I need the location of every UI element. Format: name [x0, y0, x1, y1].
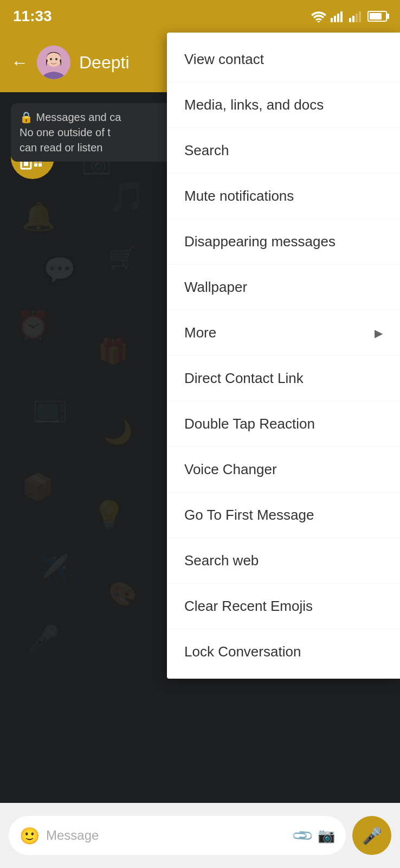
svg-rect-3 — [337, 14, 339, 22]
status-time: 11:33 — [13, 8, 52, 25]
menu-item-media[interactable]: Media, links, and docs — [167, 82, 400, 128]
menu-item-search-web[interactable]: Search web — [167, 538, 400, 584]
wifi-icon — [311, 10, 326, 22]
mic-icon: 🎤 — [362, 826, 382, 845]
svg-rect-6 — [352, 16, 354, 22]
signal-icon-2 — [349, 10, 363, 22]
svg-rect-18 — [24, 162, 28, 166]
svg-point-12 — [55, 58, 57, 60]
context-menu: View contact Media, links, and docs Sear… — [167, 33, 400, 679]
menu-item-direct-contact[interactable]: Direct Contact Link — [167, 356, 400, 401]
svg-rect-22 — [38, 163, 42, 167]
status-bar: 11:33 — [0, 0, 400, 33]
menu-item-voice-changer[interactable]: Voice Changer — [167, 447, 400, 493]
svg-rect-21 — [34, 163, 37, 167]
menu-item-search[interactable]: Search — [167, 128, 400, 174]
menu-item-wallpaper[interactable]: Wallpaper — [167, 265, 400, 310]
encryption-text: 🔒 Messages and caNo one outside of tcan … — [20, 111, 121, 154]
menu-item-mute[interactable]: Mute notifications — [167, 174, 400, 219]
svg-rect-5 — [349, 18, 351, 22]
mic-button[interactable]: 🎤 — [352, 816, 391, 855]
menu-item-first-message[interactable]: Go To First Message — [167, 493, 400, 538]
svg-rect-2 — [334, 16, 336, 22]
status-icons — [311, 10, 387, 22]
input-bar: 🙂 Message 📎 📷 🎤 — [0, 803, 400, 868]
menu-item-lock-conversation[interactable]: Lock Conversation — [167, 629, 400, 674]
camera-icon[interactable]: 📷 — [318, 827, 335, 844]
svg-point-0 — [318, 21, 320, 23]
svg-rect-4 — [340, 11, 343, 22]
message-input-container[interactable]: 🙂 Message 📎 📷 — [9, 816, 346, 855]
svg-point-11 — [50, 58, 52, 60]
menu-item-clear-emojis[interactable]: Clear Recent Emojis — [167, 584, 400, 629]
more-arrow-icon: ▶ — [375, 327, 383, 340]
attach-icon[interactable]: 📎 — [291, 824, 315, 848]
menu-item-double-tap[interactable]: Double Tap Reaction — [167, 401, 400, 447]
back-button[interactable]: ← — [11, 53, 28, 73]
battery-icon — [367, 11, 387, 22]
contact-avatar — [37, 46, 70, 79]
menu-item-more[interactable]: More ▶ — [167, 310, 400, 356]
svg-rect-8 — [359, 11, 361, 22]
menu-item-disappearing[interactable]: Disappearing messages — [167, 219, 400, 265]
avatar — [37, 46, 70, 79]
menu-item-view-contact[interactable]: View contact — [167, 37, 400, 82]
svg-rect-7 — [356, 14, 358, 22]
svg-rect-1 — [331, 18, 333, 22]
svg-point-10 — [47, 53, 61, 67]
emoji-icon[interactable]: 🙂 — [20, 826, 40, 845]
message-placeholder: Message — [46, 828, 287, 843]
signal-icon-1 — [331, 10, 345, 22]
